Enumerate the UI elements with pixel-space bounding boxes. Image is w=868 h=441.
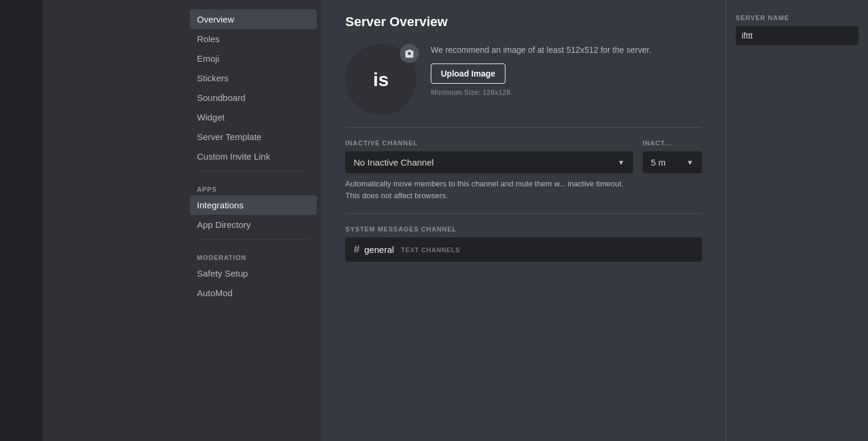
sidebar-item-automod[interactable]: AutoMod bbox=[190, 283, 317, 303]
min-size-value: 128x128 bbox=[482, 88, 510, 97]
inactive-timeout-dropdown[interactable]: 5 m ▼ bbox=[643, 151, 702, 173]
inactive-channel-label: INACTIVE CHANNEL bbox=[345, 139, 633, 147]
server-name-input[interactable] bbox=[736, 26, 859, 45]
settings-sidebar: Overview Roles Emoji Stickers Soundboard… bbox=[185, 0, 322, 441]
section-divider-2 bbox=[345, 213, 702, 214]
server-name-label: SERVER NAME bbox=[736, 14, 859, 21]
sidebar-item-roles[interactable]: Roles bbox=[190, 29, 317, 49]
min-size-label: Minimum Size: 128x128 bbox=[431, 88, 702, 97]
system-messages-channel-name: general bbox=[364, 245, 394, 255]
inactive-channel-dropdown[interactable]: No Inactive Channel ▼ bbox=[345, 151, 633, 173]
sidebar-item-safety-setup[interactable]: Safety Setup bbox=[190, 264, 317, 283]
sidebar-item-soundboard[interactable]: Soundboard bbox=[190, 88, 317, 107]
server-icon-text: is bbox=[373, 69, 389, 91]
right-panel: SERVER NAME bbox=[726, 0, 868, 441]
inactive-channel-row: INACTIVE CHANNEL No Inactive Channel ▼ A… bbox=[345, 139, 702, 201]
server-icon-recommend-text: We recommend an image of at least 512x51… bbox=[431, 44, 702, 56]
system-messages-channel-type: TEXT CHANNELS bbox=[401, 246, 460, 253]
main-content: Server Overview is We recommend an image… bbox=[322, 0, 726, 441]
sidebar-divider-moderation bbox=[197, 239, 310, 240]
server-icon-info: We recommend an image of at least 512x51… bbox=[431, 44, 702, 97]
system-messages-label: SYSTEM MESSAGES CHANNEL bbox=[345, 226, 702, 233]
inactive-channel-value: No Inactive Channel bbox=[354, 157, 434, 167]
camera-icon bbox=[404, 48, 415, 59]
server-icon-container: is bbox=[345, 44, 416, 115]
sidebar-item-app-directory[interactable]: App Directory bbox=[190, 215, 317, 234]
inactive-channel-description: Automatically move members to this chann… bbox=[345, 178, 633, 201]
sidebar-item-custom-invite-link[interactable]: Custom Invite Link bbox=[190, 147, 317, 166]
moderation-section-label: MODERATION bbox=[190, 245, 317, 264]
sidebar-item-widget[interactable]: Widget bbox=[190, 107, 317, 127]
chevron-down-icon-2: ▼ bbox=[686, 158, 694, 167]
sidebar-item-emoji[interactable]: Emoji bbox=[190, 49, 317, 68]
section-divider-1 bbox=[345, 127, 702, 128]
server-icon-row: is We recommend an image of at least 512… bbox=[345, 44, 702, 115]
hash-icon: # bbox=[354, 243, 360, 256]
inactive-timeout-label: INACT... bbox=[643, 139, 702, 147]
sidebar-item-overview[interactable]: Overview bbox=[190, 9, 317, 29]
sidebar-item-integrations[interactable]: Integrations bbox=[190, 195, 317, 215]
inactive-timeout-col: INACT... 5 m ▼ bbox=[643, 139, 702, 201]
inactive-timeout-value: 5 m bbox=[651, 157, 666, 167]
inactive-channel-col: INACTIVE CHANNEL No Inactive Channel ▼ A… bbox=[345, 139, 633, 201]
sidebar-item-server-template[interactable]: Server Template bbox=[190, 127, 317, 147]
sidebar-divider-apps bbox=[197, 171, 310, 172]
upload-image-button[interactable]: Upload Image bbox=[431, 64, 505, 84]
system-messages-section: SYSTEM MESSAGES CHANNEL # general TEXT C… bbox=[345, 226, 702, 262]
page-title: Server Overview bbox=[345, 14, 702, 30]
system-messages-channel-select[interactable]: # general TEXT CHANNELS bbox=[345, 237, 702, 262]
channel-sidebar bbox=[43, 0, 185, 441]
server-list bbox=[0, 0, 43, 441]
chevron-down-icon: ▼ bbox=[618, 158, 625, 167]
upload-icon-overlay[interactable] bbox=[400, 44, 419, 63]
sidebar-item-stickers[interactable]: Stickers bbox=[190, 68, 317, 88]
apps-section-label: APPS bbox=[190, 176, 317, 195]
